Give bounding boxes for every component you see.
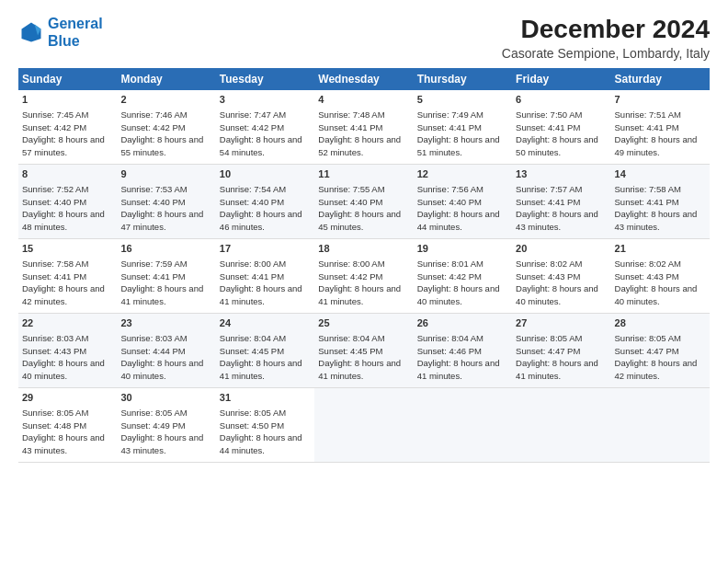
sunset: Sunset: 4:45 PM — [220, 346, 284, 356]
day-number: 28 — [615, 316, 706, 331]
sunrise: Sunrise: 7:58 AM — [22, 259, 88, 269]
sunrise: Sunrise: 8:05 AM — [120, 408, 187, 418]
daylight: Daylight: 8 hours and 51 minutes. — [417, 134, 500, 157]
sunrise: Sunrise: 8:05 AM — [220, 408, 286, 418]
header-day-thursday: Thursday — [414, 68, 512, 90]
title-block: December 2024 Casorate Sempione, Lombard… — [502, 15, 710, 61]
daylight: Daylight: 8 hours and 44 minutes. — [220, 432, 302, 455]
sunrise: Sunrise: 8:05 AM — [615, 333, 681, 343]
daylight: Daylight: 8 hours and 41 minutes. — [120, 283, 203, 306]
daylight: Daylight: 8 hours and 46 minutes. — [220, 209, 302, 232]
day-number: 31 — [220, 391, 311, 406]
calendar-cell: 30Sunrise: 8:05 AMSunset: 4:49 PMDayligh… — [117, 388, 215, 463]
calendar-cell: 29Sunrise: 8:05 AMSunset: 4:48 PMDayligh… — [18, 388, 117, 463]
daylight: Daylight: 8 hours and 43 minutes. — [22, 432, 105, 455]
calendar-cell: 7Sunrise: 7:51 AMSunset: 4:41 PMDaylight… — [611, 90, 710, 165]
calendar-cell: 10Sunrise: 7:54 AMSunset: 4:40 PMDayligh… — [216, 165, 314, 239]
sunrise: Sunrise: 8:01 AM — [417, 259, 483, 269]
header-day-friday: Friday — [512, 68, 610, 90]
sunset: Sunset: 4:40 PM — [417, 197, 482, 207]
calendar-cell: 23Sunrise: 8:03 AMSunset: 4:44 PMDayligh… — [117, 314, 215, 388]
calendar-table: SundayMondayTuesdayWednesdayThursdayFrid… — [18, 68, 710, 463]
sunrise: Sunrise: 8:00 AM — [220, 259, 286, 269]
sunrise: Sunrise: 8:04 AM — [417, 333, 483, 343]
sunrise: Sunrise: 7:53 AM — [120, 184, 187, 194]
sunrise: Sunrise: 8:00 AM — [318, 259, 384, 269]
sunrise: Sunrise: 8:02 AM — [516, 259, 582, 269]
calendar-cell: 20Sunrise: 8:02 AMSunset: 4:43 PMDayligh… — [512, 239, 610, 314]
sunset: Sunset: 4:41 PM — [615, 197, 679, 207]
calendar-cell: 16Sunrise: 7:59 AMSunset: 4:41 PMDayligh… — [117, 239, 215, 314]
day-number: 10 — [220, 167, 311, 182]
sunrise: Sunrise: 8:05 AM — [516, 333, 582, 343]
daylight: Daylight: 8 hours and 41 minutes. — [318, 358, 401, 381]
day-number: 1 — [22, 93, 113, 108]
day-number: 19 — [417, 242, 508, 257]
daylight: Daylight: 8 hours and 40 minutes. — [615, 283, 698, 306]
sunrise: Sunrise: 7:52 AM — [22, 184, 88, 194]
calendar-cell — [512, 388, 610, 463]
daylight: Daylight: 8 hours and 54 minutes. — [220, 134, 302, 157]
daylight: Daylight: 8 hours and 57 minutes. — [22, 134, 105, 157]
calendar-cell: 15Sunrise: 7:58 AMSunset: 4:41 PMDayligh… — [18, 239, 117, 314]
page: General Blue December 2024 Casorate Semp… — [0, 0, 728, 563]
daylight: Daylight: 8 hours and 40 minutes. — [417, 283, 500, 306]
calendar-cell: 13Sunrise: 7:57 AMSunset: 4:41 PMDayligh… — [512, 165, 610, 239]
week-row-1: 1Sunrise: 7:45 AMSunset: 4:42 PMDaylight… — [18, 90, 710, 165]
sunset: Sunset: 4:41 PM — [417, 122, 482, 132]
day-number: 17 — [220, 242, 311, 257]
sunset: Sunset: 4:41 PM — [220, 271, 284, 282]
sunrise: Sunrise: 7:57 AM — [516, 184, 582, 194]
sunrise: Sunrise: 7:55 AM — [318, 184, 384, 194]
sunset: Sunset: 4:40 PM — [120, 197, 185, 207]
sunrise: Sunrise: 8:05 AM — [22, 408, 88, 418]
logo: General Blue — [18, 15, 103, 50]
sunrise: Sunrise: 7:54 AM — [220, 184, 286, 194]
calendar-cell: 11Sunrise: 7:55 AMSunset: 4:40 PMDayligh… — [314, 165, 413, 239]
header-day-wednesday: Wednesday — [314, 68, 413, 90]
day-number: 18 — [318, 242, 409, 257]
calendar-cell: 17Sunrise: 8:00 AMSunset: 4:41 PMDayligh… — [216, 239, 314, 314]
day-number: 16 — [120, 242, 211, 257]
calendar-cell: 4Sunrise: 7:48 AMSunset: 4:41 PMDaylight… — [314, 90, 413, 165]
day-number: 2 — [120, 93, 211, 108]
sunrise: Sunrise: 7:51 AM — [615, 109, 681, 120]
calendar-cell — [314, 388, 413, 463]
calendar-cell — [611, 388, 710, 463]
calendar-cell: 31Sunrise: 8:05 AMSunset: 4:50 PMDayligh… — [216, 388, 314, 463]
calendar-cell: 21Sunrise: 8:02 AMSunset: 4:43 PMDayligh… — [611, 239, 710, 314]
sunset: Sunset: 4:47 PM — [615, 346, 679, 356]
sunrise: Sunrise: 7:48 AM — [318, 109, 384, 120]
sunset: Sunset: 4:42 PM — [417, 271, 482, 282]
daylight: Daylight: 8 hours and 41 minutes. — [417, 358, 500, 381]
daylight: Daylight: 8 hours and 52 minutes. — [318, 134, 401, 157]
day-number: 9 — [120, 167, 211, 182]
daylight: Daylight: 8 hours and 41 minutes. — [516, 358, 598, 381]
daylight: Daylight: 8 hours and 40 minutes. — [22, 358, 105, 381]
sunrise: Sunrise: 8:03 AM — [22, 333, 88, 343]
calendar-cell — [414, 388, 512, 463]
sunset: Sunset: 4:49 PM — [120, 420, 185, 431]
sunset: Sunset: 4:41 PM — [516, 197, 580, 207]
day-number: 25 — [318, 316, 409, 331]
sunset: Sunset: 4:41 PM — [22, 271, 86, 282]
main-title: December 2024 — [502, 15, 710, 44]
calendar-cell: 5Sunrise: 7:49 AMSunset: 4:41 PMDaylight… — [414, 90, 512, 165]
day-number: 15 — [22, 242, 113, 257]
day-number: 26 — [417, 316, 508, 331]
logo-line2: Blue — [48, 33, 80, 49]
day-number: 3 — [220, 93, 311, 108]
sunrise: Sunrise: 7:49 AM — [417, 109, 483, 120]
header-row: SundayMondayTuesdayWednesdayThursdayFrid… — [18, 68, 710, 90]
sunset: Sunset: 4:45 PM — [318, 346, 382, 356]
sunset: Sunset: 4:40 PM — [220, 197, 284, 207]
sunset: Sunset: 4:42 PM — [22, 122, 86, 132]
day-number: 29 — [22, 391, 113, 406]
calendar-cell: 14Sunrise: 7:58 AMSunset: 4:41 PMDayligh… — [611, 165, 710, 239]
sunset: Sunset: 4:43 PM — [516, 271, 580, 282]
day-number: 20 — [516, 242, 607, 257]
sunset: Sunset: 4:41 PM — [120, 271, 185, 282]
sunset: Sunset: 4:41 PM — [615, 122, 679, 132]
sunset: Sunset: 4:42 PM — [220, 122, 284, 132]
sunrise: Sunrise: 8:04 AM — [318, 333, 384, 343]
